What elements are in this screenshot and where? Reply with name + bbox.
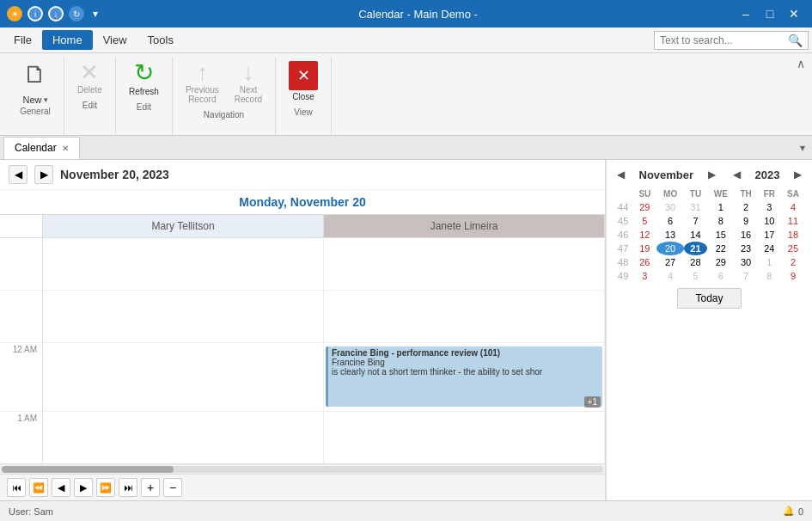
mini-cal-day[interactable]: 25 [781,242,805,255]
mini-cal-day[interactable]: 5 [632,214,656,228]
mini-cal-day[interactable]: 5 [684,269,707,283]
mini-cal-day[interactable]: 16 [735,228,758,242]
scroll-bar[interactable] [0,463,605,474]
mini-cal-day[interactable]: 14 [684,228,707,242]
col-fr: FR [758,187,781,200]
mini-cal-day[interactable]: 18 [781,228,805,242]
new-arrow[interactable]: ▾ [44,95,48,104]
mini-cal-month-next[interactable]: ▶ [705,167,719,182]
tab-dropdown-icon[interactable]: ▾ [800,142,805,154]
mini-cal-day[interactable]: 7 [735,269,758,283]
refresh-button[interactable]: ↻ Refresh [123,57,165,101]
title-bar-chevron[interactable]: ▾ [89,6,101,21]
mini-calendar: ◀ November ▶ ◀ 2023 ▶ SU MO TU WE TH FR [606,160,812,500]
mini-cal-day[interactable]: 13 [656,228,684,242]
mini-cal-day[interactable]: 2 [781,255,805,269]
minimize-button[interactable]: – [735,5,757,22]
close-ribbon-button[interactable]: ✕ Close [283,57,324,106]
mini-cal-day[interactable]: 21 [684,242,707,255]
mini-cal-day[interactable]: 3 [632,269,656,283]
mini-cal-day[interactable]: 3 [758,200,781,214]
mini-cal-year-next[interactable]: ▶ [791,167,805,182]
time-grid[interactable]: 12 AM Francine Bing - performance review… [0,238,605,463]
mini-cal-day[interactable]: 1 [707,200,735,214]
mini-cal-day[interactable]: 28 [684,255,707,269]
scroll-track[interactable] [2,466,603,473]
mini-cal-day[interactable]: 24 [758,242,781,255]
mini-cal-day[interactable]: 7 [684,214,707,228]
menu-view[interactable]: View [93,30,137,50]
mini-cal-day[interactable]: 6 [656,214,684,228]
mini-cal-day[interactable]: 11 [781,214,805,228]
time-row-empty1 [0,238,605,291]
mini-cal-day[interactable]: 4 [656,269,684,283]
week-num: 47 [614,242,632,255]
search-icon[interactable]: 🔍 [788,34,803,47]
today-button[interactable]: Today [677,288,741,309]
mini-cal-day[interactable]: 8 [707,214,735,228]
page-prev-button[interactable]: ◀ [52,478,70,497]
mini-cal-day[interactable]: 26 [632,255,656,269]
mini-cal-day[interactable]: 27 [656,255,684,269]
scroll-thumb[interactable] [2,466,174,473]
mini-cal-day[interactable]: 22 [707,242,735,255]
time-cell-12am-mary [43,343,324,411]
mini-cal-day[interactable]: 9 [735,214,758,228]
mini-cal-day[interactable]: 30 [656,200,684,214]
ribbon-buttons-nav: ↑ Previous Record ↓ Next Record [180,57,268,108]
page-next-button[interactable]: ▶ [74,478,93,497]
mini-cal-day[interactable]: 29 [632,200,656,214]
event-francine[interactable]: Francine Bing - performance review (101)… [326,346,602,407]
mini-cal-day[interactable]: 15 [707,228,735,242]
mini-cal-day[interactable]: 9 [781,269,805,283]
mini-cal-day[interactable]: 19 [632,242,656,255]
mini-cal-day[interactable]: 29 [707,255,735,269]
mini-cal-day[interactable]: 4 [781,200,805,214]
time-cell-12am-janete[interactable]: Francine Bing - performance review (101)… [324,343,605,411]
time-cell-empty1a [43,238,324,290]
ribbon-collapse-button[interactable]: ∧ [797,57,805,70]
menu-home[interactable]: Home [42,30,93,50]
delete-button[interactable]: ✕ Delete [71,57,108,99]
general-group-label: General [20,107,51,120]
new-button[interactable]: 🗋 [14,57,57,95]
menu-file[interactable]: File [3,30,42,50]
search-input[interactable] [660,34,788,46]
mini-cal-day[interactable]: 10 [758,214,781,228]
page-add-button[interactable]: + [141,478,160,497]
time-cell-1am-mary [43,412,324,463]
mini-cal-day[interactable]: 23 [735,242,758,255]
calendar-next-button[interactable]: ▶ [34,165,53,184]
pagination-bar: ⏮ ⏪ ◀ ▶ ⏩ ⏭ + − [0,474,605,500]
page-prev-fast-button[interactable]: ⏪ [29,478,48,497]
plus-badge[interactable]: +1 [584,396,601,408]
tab-calendar[interactable]: Calendar ✕ [3,137,80,159]
page-last-button[interactable]: ⏭ [119,478,137,497]
page-first-button[interactable]: ⏮ [7,478,26,497]
page-next-fast-button[interactable]: ⏩ [96,478,115,497]
app-icon-refresh[interactable]: ↻ [69,6,84,21]
mini-cal-day[interactable]: 31 [684,200,707,214]
ribbon-group-general: 🗋 New ▾ General [7,57,64,135]
mini-cal-day[interactable]: 2 [735,200,758,214]
tab-close-icon[interactable]: ✕ [62,144,69,153]
menu-tools[interactable]: Tools [137,30,184,50]
time-cells-empty1 [43,238,605,290]
page-remove-button[interactable]: − [163,478,182,497]
mini-cal-year-prev[interactable]: ◀ [730,167,744,182]
delete-icon: ✕ [80,61,99,83]
prev-record-button[interactable]: ↑ Previous Record [180,57,225,108]
mini-cal-day[interactable]: 20 [656,242,684,255]
mini-cal-day[interactable]: 12 [632,228,656,242]
search-box[interactable]: 🔍 [654,31,809,50]
next-record-button[interactable]: ↓ Next Record [229,57,268,108]
mini-cal-day[interactable]: 30 [735,255,758,269]
maximize-button[interactable]: □ [759,5,781,22]
mini-cal-month-prev[interactable]: ◀ [614,167,628,182]
calendar-prev-button[interactable]: ◀ [9,165,27,184]
mini-cal-day[interactable]: 8 [758,269,781,283]
mini-cal-day[interactable]: 17 [758,228,781,242]
mini-cal-day[interactable]: 6 [707,269,735,283]
close-button[interactable]: ✕ [783,5,805,22]
mini-cal-day[interactable]: 1 [758,255,781,269]
